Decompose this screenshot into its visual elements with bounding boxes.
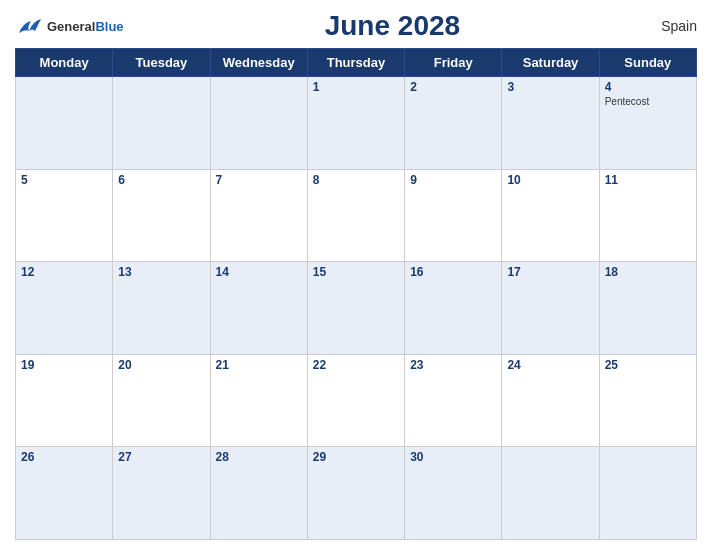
calendar-table: MondayTuesdayWednesdayThursdayFridaySatu… <box>15 48 697 540</box>
day-number: 19 <box>21 358 107 372</box>
calendar-week-row: 567891011 <box>16 169 697 262</box>
weekday-header-row: MondayTuesdayWednesdayThursdayFridaySatu… <box>16 49 697 77</box>
calendar-cell: 7 <box>210 169 307 262</box>
calendar-cell: 2 <box>405 77 502 170</box>
calendar-week-row: 1234Pentecost <box>16 77 697 170</box>
weekday-header-wednesday: Wednesday <box>210 49 307 77</box>
logo-general: General <box>47 19 95 34</box>
day-number: 4 <box>605 80 691 94</box>
weekday-header-sunday: Sunday <box>599 49 696 77</box>
calendar-cell: 16 <box>405 262 502 355</box>
day-number: 23 <box>410 358 496 372</box>
day-number: 17 <box>507 265 593 279</box>
calendar-cell: 12 <box>16 262 113 355</box>
calendar-cell: 13 <box>113 262 210 355</box>
day-number: 27 <box>118 450 204 464</box>
calendar-cell: 5 <box>16 169 113 262</box>
day-number: 22 <box>313 358 399 372</box>
calendar-cell: 24 <box>502 354 599 447</box>
day-number: 21 <box>216 358 302 372</box>
calendar-cell: 21 <box>210 354 307 447</box>
calendar-cell: 1 <box>307 77 404 170</box>
calendar-week-row: 19202122232425 <box>16 354 697 447</box>
day-number: 18 <box>605 265 691 279</box>
day-number: 16 <box>410 265 496 279</box>
calendar-cell: 9 <box>405 169 502 262</box>
calendar-cell: 28 <box>210 447 307 540</box>
day-number: 20 <box>118 358 204 372</box>
calendar-week-row: 12131415161718 <box>16 262 697 355</box>
calendar-cell <box>16 77 113 170</box>
logo-text: GeneralBlue <box>47 17 124 35</box>
day-number: 10 <box>507 173 593 187</box>
event-label: Pentecost <box>605 96 691 107</box>
calendar-cell: 22 <box>307 354 404 447</box>
day-number: 1 <box>313 80 399 94</box>
day-number: 30 <box>410 450 496 464</box>
calendar-cell: 25 <box>599 354 696 447</box>
day-number: 5 <box>21 173 107 187</box>
day-number: 26 <box>21 450 107 464</box>
calendar-cell: 11 <box>599 169 696 262</box>
calendar-cell: 14 <box>210 262 307 355</box>
calendar-cell: 23 <box>405 354 502 447</box>
calendar-cell <box>113 77 210 170</box>
day-number: 13 <box>118 265 204 279</box>
calendar-cell: 8 <box>307 169 404 262</box>
calendar-cell: 26 <box>16 447 113 540</box>
calendar-cell: 17 <box>502 262 599 355</box>
calendar-cell: 15 <box>307 262 404 355</box>
calendar-cell: 6 <box>113 169 210 262</box>
day-number: 25 <box>605 358 691 372</box>
calendar-cell: 4Pentecost <box>599 77 696 170</box>
weekday-header-monday: Monday <box>16 49 113 77</box>
country-label: Spain <box>661 18 697 34</box>
logo: GeneralBlue <box>15 15 124 37</box>
day-number: 6 <box>118 173 204 187</box>
calendar-cell: 10 <box>502 169 599 262</box>
calendar-cell: 19 <box>16 354 113 447</box>
calendar-cell: 27 <box>113 447 210 540</box>
day-number: 2 <box>410 80 496 94</box>
day-number: 28 <box>216 450 302 464</box>
day-number: 9 <box>410 173 496 187</box>
day-number: 7 <box>216 173 302 187</box>
calendar-cell <box>502 447 599 540</box>
calendar-title: June 2028 <box>325 10 460 42</box>
day-number: 3 <box>507 80 593 94</box>
day-number: 29 <box>313 450 399 464</box>
day-number: 11 <box>605 173 691 187</box>
calendar-cell: 30 <box>405 447 502 540</box>
calendar-cell <box>599 447 696 540</box>
day-number: 12 <box>21 265 107 279</box>
weekday-header-thursday: Thursday <box>307 49 404 77</box>
logo-bird-icon <box>15 15 43 37</box>
day-number: 14 <box>216 265 302 279</box>
weekday-header-saturday: Saturday <box>502 49 599 77</box>
calendar-cell: 3 <box>502 77 599 170</box>
day-number: 15 <box>313 265 399 279</box>
calendar-cell: 20 <box>113 354 210 447</box>
weekday-header-friday: Friday <box>405 49 502 77</box>
day-number: 24 <box>507 358 593 372</box>
calendar-cell: 18 <box>599 262 696 355</box>
logo-blue: Blue <box>95 19 123 34</box>
calendar-header: GeneralBlue June 2028 Spain <box>15 10 697 42</box>
weekday-header-tuesday: Tuesday <box>113 49 210 77</box>
calendar-cell <box>210 77 307 170</box>
calendar-cell: 29 <box>307 447 404 540</box>
day-number: 8 <box>313 173 399 187</box>
calendar-week-row: 2627282930 <box>16 447 697 540</box>
